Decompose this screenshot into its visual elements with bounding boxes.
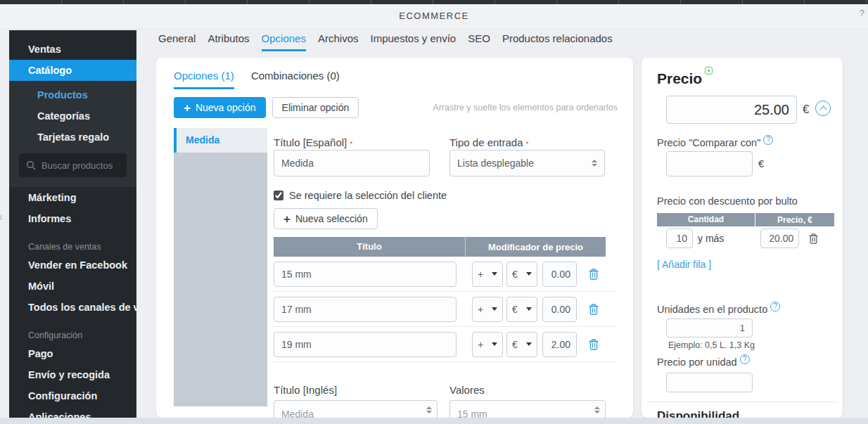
sidebar-collapse-chevron[interactable]: ‹ <box>0 210 3 224</box>
sidebar-item-aplicaciones[interactable]: Aplicaciones <box>9 406 136 418</box>
and-more-text: y más <box>698 233 724 244</box>
units-label-text: Unidades en el producto <box>657 304 767 315</box>
app-header: ECOMMERCE ? <box>0 4 868 30</box>
require-selection-label: Se requiere la selección del cliente <box>289 190 447 201</box>
new-selection-button[interactable]: + Nueva selección <box>274 208 378 229</box>
price-input[interactable] <box>666 96 797 124</box>
delete-row-button[interactable] <box>588 303 599 316</box>
sign-value: + <box>478 304 483 315</box>
collapse-price-button[interactable] <box>815 101 831 116</box>
delete-option-label: Eliminar opción <box>282 102 350 113</box>
sidebar-item-configuracion[interactable]: Configuración <box>9 385 136 406</box>
new-selection-label: Nueva selección <box>295 213 368 224</box>
sidebar-item-todos-canales[interactable]: Todos los canales de venta <box>9 297 136 318</box>
bulk-edit-icon[interactable] <box>705 67 713 75</box>
currency-symbol: € <box>758 158 764 169</box>
plus-icon: + <box>283 213 291 225</box>
title-es-label-text: Título [Español] <box>274 136 347 148</box>
title-en-label: Título [Inglés] <box>274 384 337 396</box>
values-input[interactable] <box>449 400 606 418</box>
currency-select[interactable]: € <box>506 297 537 322</box>
column-precio: Precio, € <box>755 215 834 225</box>
input-type-select[interactable]: Lista desplegable <box>449 150 605 176</box>
sign-value: + <box>478 269 483 280</box>
sidebar-item-pago[interactable]: Pago <box>9 343 136 364</box>
option-buttons: + Nueva opción Eliminar opción <box>174 97 359 118</box>
help-icon[interactable]: ? <box>763 135 773 145</box>
compare-price-input[interactable] <box>666 151 753 176</box>
option-list-item-medida[interactable]: Medida <box>174 128 267 153</box>
require-selection-checkbox[interactable] <box>274 191 283 200</box>
tab-atributos[interactable]: Atributos <box>208 32 249 51</box>
bulk-table-header: Cantidad Precio, € <box>657 213 834 226</box>
bulk-price-input[interactable] <box>760 229 799 248</box>
sign-select[interactable]: + <box>472 297 503 322</box>
selection-title-input[interactable] <box>274 332 457 357</box>
sidebar-item-marketing[interactable]: Márketing <box>9 187 136 208</box>
option-list-panel <box>174 153 267 406</box>
sidebar-item-categorias[interactable]: Categorías <box>9 105 136 127</box>
spinner-updown-icon[interactable] <box>594 406 600 413</box>
sidebar-item-envio[interactable]: Envío y recogida <box>9 364 136 385</box>
window-bottom-strip <box>0 418 868 424</box>
help-icon[interactable]: ? <box>770 302 780 311</box>
chevron-down-icon <box>492 272 497 276</box>
units-input[interactable] <box>666 319 753 338</box>
tab-impuestos[interactable]: Impuestos y envío <box>370 32 456 51</box>
add-row-link[interactable]: [ Añadir fila ] <box>657 259 711 270</box>
selection-title-input[interactable] <box>274 297 457 322</box>
spinner-updown-icon[interactable] <box>426 406 432 413</box>
delete-row-button[interactable] <box>588 338 599 351</box>
unit-price-label-text: Precio por unidad <box>657 356 737 368</box>
delete-option-button[interactable]: Eliminar opción <box>272 97 359 118</box>
tab-general[interactable]: General <box>158 32 196 51</box>
currency-symbol: € <box>803 103 809 117</box>
selections-table: + € + € + € <box>274 257 618 362</box>
sidebar-item-productos[interactable]: Productos <box>9 84 136 105</box>
trash-icon <box>588 338 599 351</box>
tab-productos-relacionados[interactable]: Productos relacionados <box>502 32 613 51</box>
availability-section-title: Disponibilidad <box>657 409 739 418</box>
bulk-qty-input[interactable] <box>666 229 693 248</box>
currency-select[interactable]: € <box>506 332 537 357</box>
drag-drop-hint: Arrastre y suelte los elementos para ord… <box>433 103 618 113</box>
tab-opciones[interactable]: Opciones <box>262 32 306 51</box>
options-card: Opciones (1) Combinaciones (0) + Nueva o… <box>156 58 633 418</box>
product-search-input[interactable]: Buscar productos <box>19 153 127 177</box>
column-title: Título <box>274 237 466 257</box>
tab-archivos[interactable]: Archivos <box>318 32 359 51</box>
delete-row-button[interactable] <box>588 268 599 281</box>
sign-select[interactable]: + <box>472 262 503 287</box>
product-tabs: General Atributos Opciones Archivos Impu… <box>158 32 613 51</box>
sign-select[interactable]: + <box>472 332 503 357</box>
currency-select[interactable]: € <box>506 262 537 287</box>
selection-title-input[interactable] <box>274 262 457 287</box>
bulk-discount-label: Precio con descuento por bulto <box>657 195 798 207</box>
unit-price-input[interactable] <box>666 373 753 392</box>
tab-seo[interactable]: SEO <box>468 32 490 51</box>
price-section-title: Precio <box>657 70 702 87</box>
units-label: Unidades en el producto? <box>657 302 780 315</box>
sidebar-item-movil[interactable]: Móvil <box>9 276 136 297</box>
tab-opciones-count[interactable]: Opciones (1) <box>174 70 234 89</box>
select-updown-icon <box>592 160 597 167</box>
delete-bulk-row-button[interactable] <box>808 233 819 245</box>
input-type-value: Lista desplegable <box>457 158 534 169</box>
new-option-button[interactable]: + Nueva opción <box>174 97 266 118</box>
sidebar-item-facebook[interactable]: Vender en Facebook <box>9 255 136 276</box>
amount-input[interactable] <box>542 297 577 322</box>
sidebar-item-tarjetas-regalo[interactable]: Tarjetas regalo <box>9 127 136 148</box>
title-en-field <box>274 400 438 418</box>
chevron-down-icon <box>526 307 532 311</box>
help-link[interactable]: ? <box>860 8 864 18</box>
sidebar-item-informes[interactable]: Informes <box>9 208 136 229</box>
currency-value: € <box>512 269 518 280</box>
help-icon[interactable]: ? <box>740 354 750 364</box>
sidebar-item-catalogo[interactable]: Catálogo <box>9 60 136 81</box>
tab-combinaciones-count[interactable]: Combinaciones (0) <box>251 70 340 89</box>
title-es-input[interactable] <box>274 150 430 176</box>
title-en-input[interactable] <box>274 400 438 418</box>
amount-input[interactable] <box>542 262 577 287</box>
sidebar-item-ventas[interactable]: Ventas <box>9 39 136 60</box>
amount-input[interactable] <box>542 332 577 357</box>
